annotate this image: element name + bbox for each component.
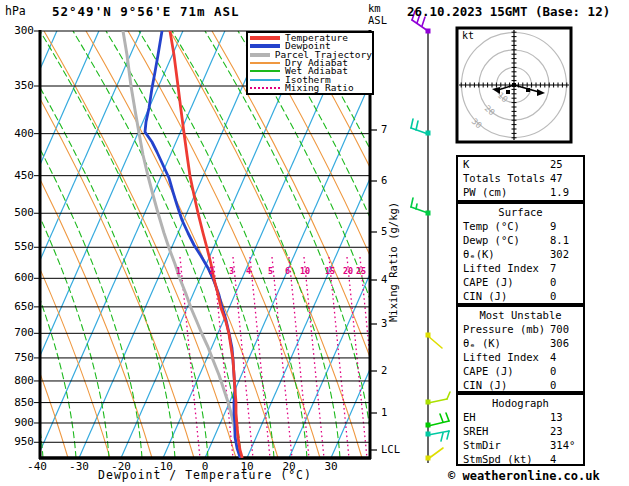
altitude-tick-label: LCL — [381, 443, 400, 455]
legend-swatch-thick — [250, 36, 280, 40]
mixing-ratio-label: 3 — [229, 266, 234, 276]
table-row: Dewp (°C)8.1 — [458, 233, 583, 247]
pressure-tick-label: 450 — [6, 169, 34, 182]
altitude-tick-label: 2 — [381, 364, 387, 376]
table-row-value: 9 — [550, 219, 556, 233]
datetime-title: 26.10.2023 15GMT (Base: 12) — [407, 4, 610, 19]
table-row-value: 7 — [550, 261, 556, 275]
table-row-label: EH — [463, 411, 476, 423]
wind-barb — [426, 413, 450, 428]
mixing-ratio-label: 10 — [300, 266, 310, 276]
pressure-axis-unit: hPa — [5, 4, 26, 18]
credit-line: © weatheronline.co.uk — [448, 469, 600, 483]
legend-swatch-dotted — [250, 87, 280, 89]
pressure-tick-label: 800 — [6, 374, 34, 387]
pressure-tick-label: 300 — [6, 24, 34, 37]
table-row: Lifted Index7 — [458, 261, 583, 275]
table-row-value: 0 — [550, 289, 556, 303]
pressure-tick-label: 700 — [6, 326, 34, 339]
x-axis-title: Dewpoint / Temperature (°C) — [40, 468, 370, 482]
altitude-unit-asl: ASL — [368, 14, 387, 26]
pressure-tick-label: 600 — [6, 271, 34, 284]
table-row: CAPE (J)0 — [458, 275, 583, 289]
pressure-tick-label: 950 — [6, 435, 34, 448]
table-row-value: 1.9 — [550, 185, 569, 199]
table-row: θₑ (K)306 — [458, 336, 583, 350]
altitude-tick-label: 7 — [381, 123, 387, 135]
altitude-tick-label: 6 — [381, 174, 387, 186]
legend-swatch-thin — [250, 79, 280, 81]
table-row-value: 23 — [550, 424, 563, 438]
table-row-label: Lifted Index — [463, 262, 539, 274]
hodograph-trace-point — [512, 83, 516, 87]
mixing-ratio-label: 15 — [325, 266, 335, 276]
table-row: SREH23 — [458, 424, 583, 438]
table-section-title: Most Unstable — [458, 307, 583, 322]
altitude-axis-unit: kmASL — [368, 2, 387, 26]
table-row-label: PW (cm) — [463, 186, 507, 198]
mixing-ratio-label: 5 — [268, 266, 273, 276]
table-section-surface: SurfaceTemp (°C)9Dewp (°C)8.1θₑ(K)302Lif… — [456, 202, 585, 305]
table-section-title: Surface — [458, 204, 583, 219]
table-row-label: CAPE (J) — [463, 276, 514, 288]
pressure-tick-label: 900 — [6, 416, 34, 429]
pressure-tick-label: 750 — [6, 351, 34, 364]
table-row-value: 306 — [550, 336, 569, 350]
table-row-value: 13 — [550, 410, 563, 424]
mixing-ratio-label: 25 — [356, 266, 366, 276]
table-row: θₑ(K)302 — [458, 247, 583, 261]
table-row-label: Totals Totals — [463, 172, 545, 184]
parcel-curve — [123, 31, 241, 457]
table-row-label: θₑ(K) — [463, 248, 495, 260]
sounding-curves — [123, 31, 242, 457]
hodograph-unit-label: kt — [462, 30, 474, 41]
table-row: StmSpd (kt)4 — [458, 452, 583, 466]
legend-item: Mixing Ratio — [250, 84, 372, 92]
table-row: K25 — [458, 157, 583, 171]
table-row-label: Dewp (°C) — [463, 234, 520, 246]
table-row-label: CIN (J) — [463, 290, 507, 302]
pressure-tick-label: 650 — [6, 300, 34, 313]
table-row-value: 314° — [550, 438, 575, 452]
table-row: EH13 — [458, 410, 583, 424]
table-row: CIN (J)0 — [458, 378, 583, 392]
legend-label: Mixing Ratio — [285, 84, 354, 92]
sounding-chart-app: 102030 52°49'N 9°56'E 71m ASL 26.10.2023… — [0, 0, 629, 486]
legend-swatch-thin — [250, 62, 280, 64]
table-row-label: StmSpd (kt) — [463, 453, 533, 465]
table-section-indices: K25Totals Totals47PW (cm)1.9 — [456, 155, 585, 202]
mixing-ratio-label: 1 — [176, 266, 181, 276]
wind-barb — [426, 392, 451, 405]
table-row-value: 4 — [550, 350, 556, 364]
table-row: CAPE (J)0 — [458, 364, 583, 378]
legend-swatch-thick — [250, 44, 280, 48]
table-row-value: 8.1 — [550, 233, 569, 247]
pressure-tick-label: 550 — [6, 240, 34, 253]
legend: TemperatureDewpointParcel TrajectoryDry … — [246, 31, 374, 95]
table-row: CIN (J)0 — [458, 289, 583, 303]
hodograph-trace-point — [506, 90, 510, 94]
table-row-value: 25 — [550, 157, 563, 171]
table-row-label: Pressure (mb) — [463, 323, 545, 335]
pressure-tick-label: 500 — [6, 206, 34, 219]
wind-barb — [426, 431, 450, 441]
table-row-label: CIN (J) — [463, 379, 507, 391]
altitude-unit-km: km — [368, 2, 381, 14]
mixing-ratio-label: 20 — [343, 266, 353, 276]
altitude-tick-label: 1 — [381, 406, 387, 418]
table-row-label: SREH — [463, 425, 488, 437]
table-row-label: θₑ (K) — [463, 337, 501, 349]
table-row: Temp (°C)9 — [458, 219, 583, 233]
hodograph-plot: 102030 — [457, 28, 571, 142]
table-row: Totals Totals47 — [458, 171, 583, 185]
hodograph-trace-point — [526, 88, 530, 92]
mixing-ratio-label: 6 — [285, 266, 290, 276]
table-section-title: Hodograph — [458, 395, 583, 410]
table-row-value: 4 — [550, 452, 556, 466]
table-section-most-unstable: Most UnstablePressure (mb)700θₑ (K)306Li… — [456, 305, 585, 393]
mixing-ratio-label: 4 — [246, 266, 251, 276]
table-row-label: Temp (°C) — [463, 220, 520, 232]
table-row-value: 302 — [550, 247, 569, 261]
table-row-value: 0 — [550, 364, 556, 378]
table-row-label: StmDir — [463, 439, 501, 451]
